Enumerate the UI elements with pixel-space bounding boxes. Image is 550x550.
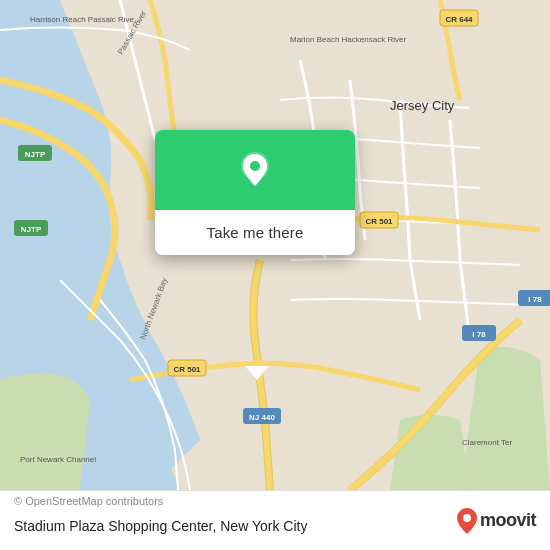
moovit-pin-icon [456, 507, 478, 535]
svg-text:NJ 440: NJ 440 [249, 413, 275, 422]
take-me-there-button[interactable]: Take me there [155, 210, 355, 255]
location-popup: Take me there [155, 130, 355, 255]
svg-text:CR 644: CR 644 [445, 15, 473, 24]
svg-point-26 [463, 514, 471, 522]
map-area: NJTP NJTP CR 501 CR 501 NJ 440 I 78 I 78… [0, 0, 550, 490]
location-pin-icon [233, 148, 277, 192]
moovit-brand-text: moovit [480, 510, 536, 531]
popup-tail [245, 366, 269, 380]
svg-text:Port Newark Channel: Port Newark Channel [20, 455, 96, 464]
svg-text:NJTP: NJTP [25, 150, 46, 159]
svg-text:CR 501: CR 501 [365, 217, 393, 226]
svg-text:Marion Beach Hackensack River: Marion Beach Hackensack River [290, 35, 406, 44]
svg-text:CR 501: CR 501 [173, 365, 201, 374]
svg-point-25 [250, 161, 260, 171]
copyright-text: © OpenStreetMap contributors [14, 495, 163, 507]
moovit-logo: moovit [456, 507, 536, 535]
svg-text:I 78: I 78 [528, 295, 542, 304]
bottom-bar: © OpenStreetMap contributors Stadium Pla… [0, 490, 550, 550]
svg-text:NJTP: NJTP [21, 225, 42, 234]
svg-text:Jersey City: Jersey City [390, 98, 455, 113]
svg-text:I 78: I 78 [472, 330, 486, 339]
popup-header [155, 130, 355, 210]
svg-text:Claremont Ter: Claremont Ter [462, 438, 512, 447]
svg-text:Harrison Reach Passaic Rive...: Harrison Reach Passaic Rive... [30, 15, 141, 24]
